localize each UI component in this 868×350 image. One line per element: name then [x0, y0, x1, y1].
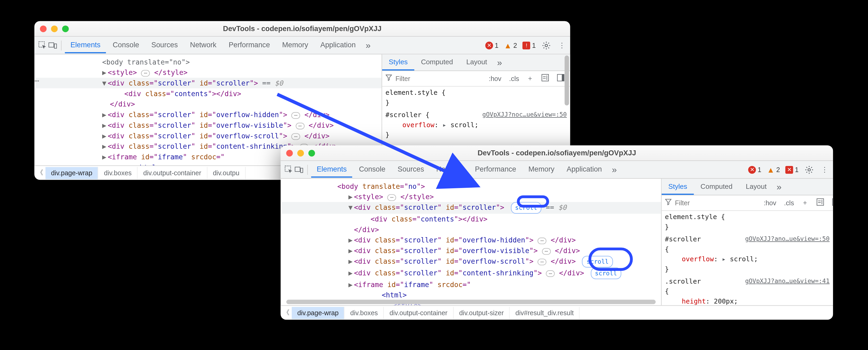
tab-memory[interactable]: Memory — [523, 162, 560, 178]
issues-badge[interactable]: ✕1 — [785, 166, 799, 173]
crumb[interactable]: div.output-container — [384, 307, 454, 319]
tab-network[interactable]: Network — [431, 162, 468, 178]
device-toolbar-icon[interactable] — [48, 40, 58, 51]
more-subtabs-icon[interactable]: » — [494, 57, 505, 67]
tab-application[interactable]: Application — [315, 37, 361, 53]
ellipsis-icon[interactable]: ⋯ — [141, 70, 150, 77]
scrollbar[interactable] — [565, 56, 569, 106]
tab-application[interactable]: Application — [561, 162, 608, 178]
style-source-link[interactable]: gOVpXJJ?ano…ue&view=:50 — [745, 234, 830, 244]
dom-tree[interactable]: <body translate="no"> ▶<style> ⋯ </style… — [281, 179, 661, 305]
tab-performance[interactable]: Performance — [469, 162, 522, 178]
dom-node-overflow-scroll[interactable]: ▶<div class="scroller" id="overflow-scro… — [36, 130, 381, 141]
crumb[interactable]: div.page-wrap — [45, 167, 98, 179]
dom-node-iframe[interactable]: ▶<iframe id="iframe" srcdoc=" — [282, 279, 661, 290]
scroll-badge[interactable]: scroll — [590, 267, 621, 279]
tab-elements[interactable]: Elements — [65, 37, 106, 53]
breadcrumbs-prev-icon[interactable]: 《 — [281, 308, 292, 318]
crumb[interactable]: div.page-wrap — [291, 307, 345, 319]
dom-node-contents[interactable]: <div class="contents"></div> — [282, 214, 661, 224]
window-maximize-button[interactable] — [308, 149, 315, 156]
filter-funnel-icon[interactable] — [665, 199, 672, 207]
subtab-layout[interactable]: Layout — [739, 179, 773, 195]
ellipsis-icon[interactable]: ⋯ — [538, 238, 547, 244]
tab-console[interactable]: Console — [353, 162, 391, 178]
cls-toggle[interactable]: .cls — [507, 74, 521, 84]
more-subtabs-icon[interactable]: » — [773, 182, 785, 192]
window-minimize-button[interactable] — [51, 25, 58, 32]
computed-styles-icon[interactable] — [814, 197, 826, 209]
dom-node-overflow-scroll[interactable]: ▶<div class="scroller" id="overflow-scro… — [282, 256, 661, 267]
computed-styles-icon[interactable] — [539, 73, 551, 84]
subtab-styles[interactable]: Styles — [661, 179, 694, 195]
tab-sources[interactable]: Sources — [392, 162, 429, 178]
dom-node-overflow-visible[interactable]: ▶<div class="scroller" id="overflow-visi… — [36, 120, 381, 130]
tab-elements[interactable]: Elements — [311, 162, 352, 178]
window-minimize-button[interactable] — [297, 149, 304, 156]
tab-memory[interactable]: Memory — [277, 37, 314, 53]
settings-gear-icon[interactable] — [804, 165, 814, 175]
ellipsis-icon[interactable]: ⋯ — [546, 270, 555, 277]
new-style-rule-icon[interactable]: ＋ — [800, 197, 811, 209]
ellipsis-icon[interactable]: ⋯ — [541, 248, 550, 255]
hov-toggle[interactable]: :hov — [487, 74, 504, 84]
inspect-element-icon[interactable] — [284, 165, 294, 175]
window-maximize-button[interactable] — [62, 25, 69, 32]
dom-node-close-div[interactable]: </div> — [36, 99, 381, 109]
dom-node-body[interactable]: <body translate="no"> — [282, 181, 661, 192]
crumb[interactable]: div.output-container — [138, 167, 207, 179]
dom-node-overflow-visible[interactable]: ▶<div class="scroller" id="overflow-visi… — [282, 245, 661, 256]
filter-funnel-icon[interactable] — [385, 75, 392, 83]
errors-badge[interactable]: ✕1 — [748, 166, 762, 173]
ellipsis-icon[interactable]: ⋯ — [296, 123, 304, 129]
device-toolbar-icon[interactable] — [294, 165, 304, 175]
crumb[interactable]: div.output-sizer — [454, 307, 510, 319]
scroll-badge[interactable]: scroll — [510, 202, 541, 214]
warnings-badge[interactable]: ▲2 — [504, 41, 517, 50]
hov-toggle[interactable]: :hov — [762, 198, 779, 208]
dom-node-contents[interactable]: <div class="contents"></div> — [36, 88, 381, 99]
window-close-button[interactable] — [286, 149, 293, 156]
inspect-element-icon[interactable] — [38, 40, 48, 51]
ellipsis-icon[interactable]: ⋯ — [291, 133, 300, 140]
tab-performance[interactable]: Performance — [223, 37, 275, 53]
tab-sources[interactable]: Sources — [146, 37, 183, 53]
dom-node-content-shrinking[interactable]: ▶<div class="scroller" id="content-shrin… — [282, 267, 661, 279]
ellipsis-icon[interactable]: ⋯ — [291, 112, 300, 119]
toggle-sidebar-icon[interactable] — [830, 197, 833, 209]
subtab-styles[interactable]: Styles — [382, 55, 414, 70]
settings-gear-icon[interactable] — [541, 40, 551, 51]
dom-node-style[interactable]: ▶<style> ⋯ </style> — [282, 192, 661, 202]
styles-rules[interactable]: element.style {} gOVpXJJ?ano…ue&view=:50… — [661, 211, 833, 305]
more-menu-icon[interactable]: ⋮ — [820, 165, 830, 175]
errors-badge[interactable]: ✕1 — [485, 41, 499, 49]
cls-toggle[interactable]: .cls — [782, 198, 796, 208]
crumb[interactable]: div#result_div.result — [510, 307, 580, 319]
scrollbar-horizontal[interactable] — [286, 300, 655, 304]
subtab-layout[interactable]: Layout — [460, 55, 494, 70]
crumb[interactable]: div.outpu — [207, 167, 245, 179]
crumb[interactable]: div.boxes — [98, 167, 138, 179]
issues-badge[interactable]: !1 — [523, 41, 536, 49]
window-close-button[interactable] — [40, 25, 46, 32]
new-style-rule-icon[interactable]: ＋ — [525, 73, 536, 84]
ellipsis-icon[interactable]: ⋯ — [538, 259, 547, 265]
gutter-menu-icon[interactable]: ⋯ — [34, 76, 39, 86]
crumb[interactable]: div.boxes — [345, 307, 384, 319]
dom-node-scroller-selected[interactable]: ▼<div class="scroller" id="scroller"> sc… — [282, 202, 661, 214]
dom-node-style[interactable]: ▶<style> ⋯ </style> — [36, 67, 381, 78]
tab-console[interactable]: Console — [107, 37, 145, 53]
ellipsis-icon[interactable]: ⋯ — [387, 194, 396, 201]
more-tabs-icon[interactable]: » — [609, 165, 620, 175]
tab-network[interactable]: Network — [184, 37, 222, 53]
warnings-badge[interactable]: ▲2 — [767, 165, 780, 174]
subtab-computed[interactable]: Computed — [414, 55, 460, 70]
dom-node-scroller-selected[interactable]: ▼<div class="scroller" id="scroller"> ==… — [36, 78, 381, 88]
dom-node-overflow-hidden[interactable]: ▶<div class="scroller" id="overflow-hidd… — [36, 109, 381, 120]
dom-node-close-div[interactable]: </div> — [282, 224, 661, 235]
scroll-badge[interactable]: scroll — [582, 256, 613, 267]
filter-input[interactable] — [395, 75, 483, 82]
style-source-link[interactable]: gOVpXJJ?ano…ue&view=:41 — [745, 276, 830, 287]
subtab-computed[interactable]: Computed — [694, 179, 739, 195]
style-source-link[interactable]: gOVpXJJ?noc…ue&view=:50 — [483, 110, 567, 120]
